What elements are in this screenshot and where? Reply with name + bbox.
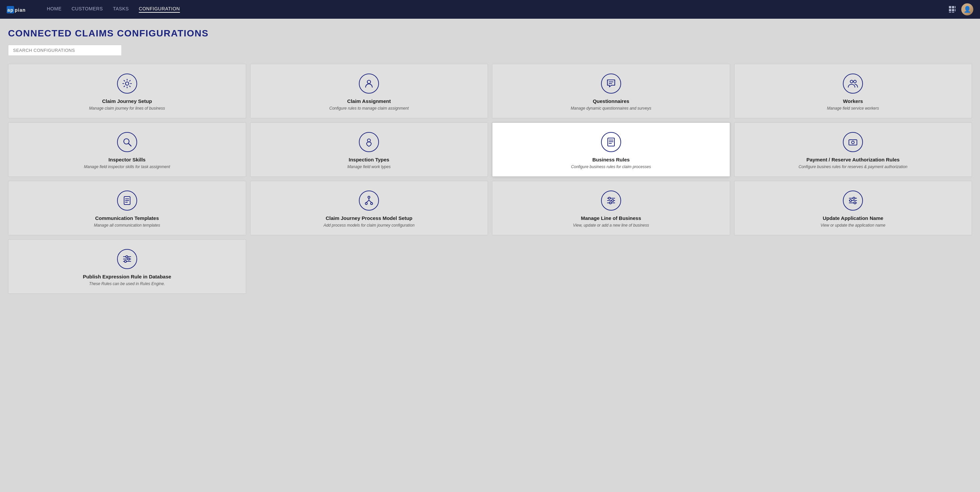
chat-icon xyxy=(601,73,621,94)
svg-point-32 xyxy=(368,196,370,198)
card-payment-reserve-title: Payment / Reserve Authorization Rules xyxy=(807,157,900,162)
svg-point-25 xyxy=(851,141,854,144)
svg-rect-9 xyxy=(949,12,951,13)
svg-point-52 xyxy=(128,258,130,260)
card-questionnaires-subtitle: Manage dynamic questionnaires and survey… xyxy=(571,106,651,111)
card-manage-line-of-business-subtitle: View, update or add a new line of busine… xyxy=(573,223,649,228)
nav-customers[interactable]: CUSTOMERS xyxy=(72,6,103,13)
svg-point-11 xyxy=(126,82,129,85)
card-questionnaires[interactable]: Questionnaires Manage dynamic questionna… xyxy=(492,64,730,118)
card-business-rules-title: Business Rules xyxy=(592,157,630,162)
svg-rect-10 xyxy=(952,12,954,13)
card-questionnaires-title: Questionnaires xyxy=(593,98,629,104)
main-content: CONNECTED CLAIMS CONFIGURATIONS Claim Jo… xyxy=(0,19,980,303)
card-inspector-skills[interactable]: Inspector Skills Manage field inspector … xyxy=(8,122,246,177)
config-grid: Claim Journey Setup Manage claim journey… xyxy=(8,64,972,294)
card-workers-subtitle: Manage field service workers xyxy=(827,106,879,111)
svg-rect-4 xyxy=(952,6,954,8)
dollar-icon xyxy=(843,132,863,152)
card-inspection-types-title: Inspection Types xyxy=(349,157,389,162)
card-communication-templates-title: Communication Templates xyxy=(95,215,159,221)
card-communication-templates-subtitle: Manage all communication templates xyxy=(94,223,160,228)
card-business-rules-subtitle: Configure business rules for claim proce… xyxy=(571,165,651,169)
svg-point-51 xyxy=(126,256,128,258)
svg-point-15 xyxy=(850,80,853,83)
svg-point-45 xyxy=(853,197,855,199)
search-icon xyxy=(117,132,137,152)
svg-rect-5 xyxy=(955,6,956,8)
svg-point-16 xyxy=(854,80,856,83)
person-icon xyxy=(359,73,379,94)
card-inspection-types-subtitle: Manage field work types xyxy=(347,165,391,169)
card-payment-reserve[interactable]: Payment / Reserve Authorization Rules Co… xyxy=(734,122,972,177)
navbar: ap pian HOME CUSTOMERS TASKS CONFIGURATI… xyxy=(0,0,980,19)
doc-alt-icon xyxy=(117,190,137,211)
card-communication-templates[interactable]: Communication Templates Manage all commu… xyxy=(8,181,246,235)
card-inspection-types[interactable]: Inspection Types Manage field work types xyxy=(250,122,488,177)
nav-configuration[interactable]: CONFIGURATION xyxy=(139,6,180,13)
svg-rect-3 xyxy=(949,6,951,8)
card-claim-journey-process-subtitle: Add process models for claim journey con… xyxy=(323,223,414,228)
nav-right: 👤 xyxy=(948,3,973,15)
svg-point-46 xyxy=(850,200,851,202)
page-title: CONNECTED CLAIMS CONFIGURATIONS xyxy=(8,28,972,39)
svg-point-12 xyxy=(367,80,371,84)
sliders3-icon xyxy=(117,249,137,269)
card-inspector-skills-title: Inspector Skills xyxy=(108,157,145,162)
person-pin-icon xyxy=(359,132,379,152)
card-claim-journey-setup[interactable]: Claim Journey Setup Manage claim journey… xyxy=(8,64,246,118)
fork-icon xyxy=(359,190,379,211)
svg-point-19 xyxy=(368,139,371,142)
card-claim-assignment[interactable]: Claim Assignment Configure rules to mana… xyxy=(250,64,488,118)
card-business-rules[interactable]: Business Rules Configure business rules … xyxy=(492,122,730,177)
card-update-application-name-title: Update Application Name xyxy=(823,215,883,221)
card-manage-line-of-business-title: Manage Line of Business xyxy=(581,215,641,221)
svg-point-47 xyxy=(854,202,856,204)
svg-point-41 xyxy=(609,202,611,204)
card-publish-expression-rule-title: Publish Expression Rule in Database xyxy=(83,274,171,279)
card-claim-journey-process[interactable]: Claim Journey Process Model Setup Add pr… xyxy=(250,181,488,235)
card-claim-journey-setup-title: Claim Journey Setup xyxy=(102,98,152,104)
card-publish-expression-rule[interactable]: Publish Expression Rule in Database Thes… xyxy=(8,239,246,294)
nav-home[interactable]: HOME xyxy=(47,6,62,13)
group-icon xyxy=(843,73,863,94)
card-workers-title: Workers xyxy=(843,98,863,104)
card-payment-reserve-subtitle: Configure busines rules for reserves & p… xyxy=(799,165,908,169)
card-workers[interactable]: Workers Manage field service workers xyxy=(734,64,972,118)
card-claim-assignment-subtitle: Configure rules to manage claim assignme… xyxy=(329,106,409,111)
grid-icon[interactable] xyxy=(948,6,956,13)
gear-icon xyxy=(117,73,137,94)
svg-point-40 xyxy=(612,200,614,202)
svg-rect-8 xyxy=(955,9,956,11)
svg-text:pian: pian xyxy=(15,7,26,13)
card-inspector-skills-subtitle: Manage field inspector skills for task a… xyxy=(84,165,170,169)
card-update-application-name-subtitle: View or update the application name xyxy=(821,223,885,228)
document-list-icon xyxy=(601,132,621,152)
svg-rect-6 xyxy=(949,9,951,11)
svg-rect-7 xyxy=(952,9,954,11)
card-claim-journey-setup-subtitle: Manage claim journey for lines of busine… xyxy=(89,106,165,111)
card-claim-journey-process-title: Claim Journey Process Model Setup xyxy=(326,215,412,221)
avatar[interactable]: 👤 xyxy=(961,3,973,15)
card-manage-line-of-business[interactable]: Manage Line of Business View, update or … xyxy=(492,181,730,235)
card-publish-expression-rule-subtitle: These Rules can be used in Rules Engine. xyxy=(89,281,165,286)
svg-point-53 xyxy=(124,260,126,262)
sliders2-icon xyxy=(843,190,863,211)
avatar-image: 👤 xyxy=(961,3,973,15)
svg-point-39 xyxy=(608,197,611,199)
svg-rect-24 xyxy=(849,140,857,145)
card-claim-assignment-title: Claim Assignment xyxy=(347,98,391,104)
app-logo[interactable]: ap pian xyxy=(7,5,33,14)
nav-tasks[interactable]: TASKS xyxy=(113,6,129,13)
nav-links: HOME CUSTOMERS TASKS CONFIGURATION xyxy=(47,6,948,13)
card-update-application-name[interactable]: Update Application Name View or update t… xyxy=(734,181,972,235)
svg-line-18 xyxy=(129,143,131,146)
sliders-icon xyxy=(601,190,621,211)
search-input[interactable] xyxy=(8,45,122,56)
svg-text:ap: ap xyxy=(7,7,13,13)
